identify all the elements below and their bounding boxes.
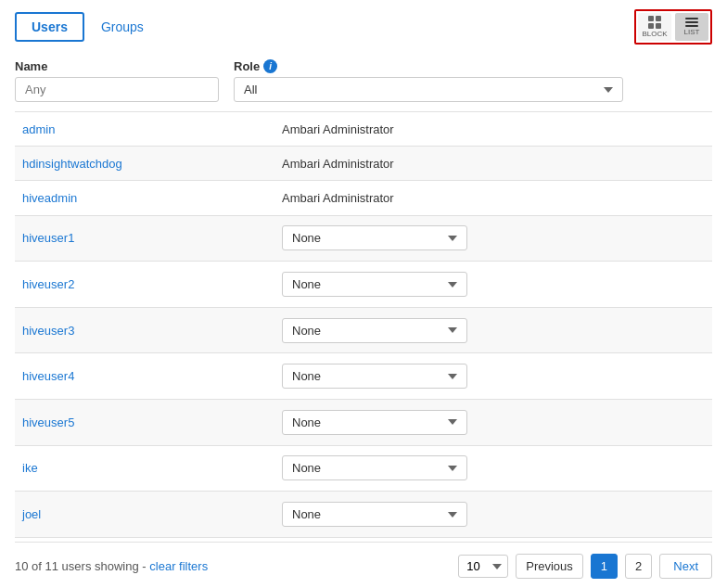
list-view-button[interactable]: LIST: [675, 13, 708, 41]
view-toggle-group: BLOCK LIST: [634, 9, 712, 45]
role-info-icon[interactable]: i: [263, 59, 277, 73]
page-size-select[interactable]: 10 25 50: [458, 555, 508, 578]
tab-groups[interactable]: Groups: [84, 12, 160, 42]
user-link[interactable]: joel: [22, 507, 41, 521]
user-link[interactable]: ike: [22, 461, 38, 475]
filters-row: Name Role i All Ambari Administrator Non…: [15, 59, 712, 102]
list-icon: [685, 18, 698, 27]
user-role-select[interactable]: NoneAmbari Administrator: [282, 455, 467, 480]
table-row: hiveuser3NoneAmbari Administrator: [15, 307, 712, 353]
user-link[interactable]: admin: [22, 122, 55, 136]
user-role-text: Ambari Administrator: [282, 191, 394, 205]
role-filter-group: Role i All Ambari Administrator None: [234, 59, 623, 102]
table-row: adminAmbari Administrator: [15, 112, 712, 147]
user-link[interactable]: hiveuser2: [22, 277, 74, 291]
page-2-button[interactable]: 2: [625, 554, 652, 579]
user-role-select[interactable]: NoneAmbari Administrator: [282, 225, 467, 250]
table-row: joelNoneAmbari Administrator: [15, 492, 712, 538]
tab-bar: Users Groups BLOCK LIST: [15, 9, 712, 45]
user-role-select[interactable]: NoneAmbari Administrator: [282, 272, 467, 297]
list-view-label: LIST: [684, 28, 700, 36]
name-filter-input[interactable]: [15, 77, 219, 102]
user-link[interactable]: hiveadmin: [22, 191, 77, 205]
user-link[interactable]: hiveuser5: [22, 415, 74, 429]
block-view-label: BLOCK: [642, 30, 667, 38]
user-table: adminAmbari Administratorhdinsightwatchd…: [15, 111, 712, 538]
block-view-button[interactable]: BLOCK: [638, 13, 671, 41]
user-link[interactable]: hiveuser1: [22, 231, 74, 245]
user-link[interactable]: hiveuser4: [22, 369, 74, 383]
name-filter-label: Name: [15, 59, 219, 73]
user-role-text: Ambari Administrator: [282, 122, 394, 136]
tab-users[interactable]: Users: [15, 12, 84, 42]
name-filter-group: Name: [15, 59, 219, 102]
table-row: hiveadminAmbari Administrator: [15, 181, 712, 215]
table-row: hiveuser5NoneAmbari Administrator: [15, 400, 712, 446]
table-row: hiveuser2NoneAmbari Administrator: [15, 262, 712, 308]
table-row: ikeNoneAmbari Administrator: [15, 445, 712, 492]
role-filter-label: Role i: [234, 59, 623, 73]
table-row: hiveuser4NoneAmbari Administrator: [15, 353, 712, 400]
pagination-controls: 10 25 50 Previous 1 2 Next: [458, 554, 712, 579]
user-role-select[interactable]: NoneAmbari Administrator: [282, 318, 467, 343]
user-role-select[interactable]: NoneAmbari Administrator: [282, 364, 467, 389]
user-role-select[interactable]: NoneAmbari Administrator: [282, 502, 467, 527]
user-role-select[interactable]: NoneAmbari Administrator: [282, 410, 467, 435]
table-row: hdinsightwatchdogAmbari Administrator: [15, 147, 712, 181]
prev-button[interactable]: Previous: [516, 554, 583, 579]
page-1-button[interactable]: 1: [591, 554, 618, 579]
footer: 10 of 11 users showing - clear filters 1…: [15, 542, 712, 579]
tabs: Users Groups: [15, 12, 160, 42]
user-link[interactable]: hiveuser3: [22, 324, 74, 338]
main-container: Users Groups BLOCK LIST Name: [0, 0, 727, 588]
footer-showing-text: 10 of 11 users showing - clear filters: [15, 559, 208, 573]
table-row: hiveuser1NoneAmbari Administrator: [15, 215, 712, 262]
user-role-text: Ambari Administrator: [282, 157, 394, 171]
role-filter-select[interactable]: All Ambari Administrator None: [234, 77, 623, 102]
next-button[interactable]: Next: [659, 554, 712, 579]
user-link[interactable]: hdinsightwatchdog: [22, 157, 122, 171]
clear-filters-link[interactable]: clear filters: [149, 559, 208, 573]
block-icon: [648, 16, 661, 29]
